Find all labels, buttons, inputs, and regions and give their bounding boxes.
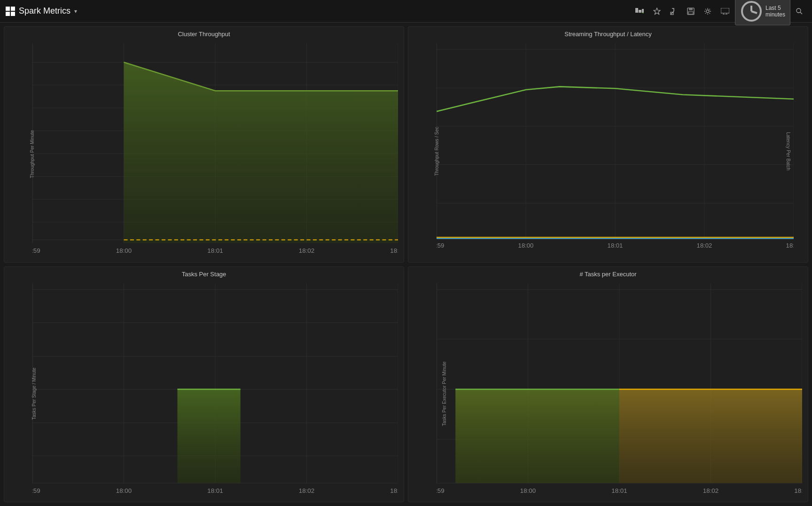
gear-icon bbox=[704, 8, 711, 15]
tasks-per-stage-chart: Tasks Per Stage / Minute 1.3 1. bbox=[4, 280, 404, 503]
streaming-y-axis-right-label: Latency Per Batch bbox=[786, 132, 791, 171]
svg-text:18:02: 18:02 bbox=[697, 242, 712, 249]
display-button[interactable] bbox=[717, 5, 733, 17]
tasks-per-stage-panel: Tasks Per Stage Tasks Per Stage / Minute bbox=[4, 266, 404, 503]
share-button[interactable] bbox=[666, 5, 681, 18]
time-picker[interactable]: Last 5 minutes bbox=[735, 0, 790, 25]
svg-text:18:00: 18:00 bbox=[520, 487, 536, 494]
svg-text:18:03: 18:03 bbox=[390, 247, 398, 254]
svg-text:18:02: 18:02 bbox=[299, 487, 315, 494]
search-icon bbox=[796, 8, 803, 15]
svg-rect-103 bbox=[178, 389, 241, 483]
tasks-per-executor-title: # Tasks per Executor bbox=[408, 267, 808, 280]
svg-line-24 bbox=[751, 11, 757, 13]
svg-rect-125 bbox=[455, 389, 619, 483]
svg-line-15 bbox=[710, 13, 710, 13]
add-panel-icon: + bbox=[635, 8, 644, 15]
tasks-per-stage-title: Tasks Per Stage bbox=[4, 267, 404, 280]
streaming-throughput-panel: Streaming Throughput / Latency Throughpu… bbox=[408, 26, 808, 263]
streaming-y-axis-label: Throughput Rows / Sec bbox=[434, 127, 439, 176]
svg-text:18:03: 18:03 bbox=[390, 487, 398, 494]
svg-marker-55 bbox=[124, 62, 398, 243]
svg-text:18:03: 18:03 bbox=[786, 242, 794, 249]
tasks-exec-y-axis-label: Tasks Per Executor Per Minute bbox=[442, 361, 447, 426]
svg-point-9 bbox=[706, 10, 709, 13]
cluster-throughput-title: Cluster Throughput bbox=[4, 27, 404, 39]
svg-line-17 bbox=[705, 13, 706, 13]
cluster-throughput-chart: Throughput Per Minute 512 bbox=[4, 39, 404, 263]
svg-point-25 bbox=[796, 8, 801, 13]
save-button[interactable] bbox=[683, 5, 698, 18]
svg-marker-4 bbox=[654, 8, 660, 15]
tasks-per-stage-svg: 1.3 1.2 1.1 1.0 0.9 0.8 0.7 17:59 18:00 … bbox=[32, 283, 398, 499]
tasks-per-executor-chart: Tasks Per Executor Per Minute 5.0 4.5 4.… bbox=[408, 280, 808, 503]
svg-text:17:59: 17:59 bbox=[32, 247, 40, 254]
streaming-throughput-chart: Throughput Rows / Sec Latency Per Batch … bbox=[408, 39, 808, 263]
topbar-left: Spark Metrics ▾ bbox=[6, 6, 77, 16]
settings-button[interactable] bbox=[700, 5, 715, 18]
svg-text:18:00: 18:00 bbox=[116, 487, 132, 494]
svg-rect-18 bbox=[721, 8, 729, 13]
cluster-y-axis-label: Throughput Per Minute bbox=[30, 130, 35, 178]
svg-text:+: + bbox=[642, 11, 644, 15]
svg-text:18:01: 18:01 bbox=[207, 247, 223, 254]
svg-text:18:02: 18:02 bbox=[703, 487, 719, 494]
svg-rect-7 bbox=[689, 8, 693, 10]
search-button[interactable] bbox=[792, 5, 806, 17]
svg-text:18:01: 18:01 bbox=[608, 242, 623, 249]
svg-rect-1 bbox=[639, 10, 641, 13]
app-icon bbox=[6, 7, 15, 16]
svg-text:17:59: 17:59 bbox=[437, 242, 444, 249]
svg-line-16 bbox=[710, 9, 710, 9]
app-title: Spark Metrics bbox=[19, 6, 70, 16]
svg-text:17:59: 17:59 bbox=[437, 487, 445, 494]
share-icon bbox=[670, 8, 678, 15]
svg-text:18:01: 18:01 bbox=[611, 487, 627, 494]
svg-text:18:02: 18:02 bbox=[299, 247, 315, 254]
svg-rect-8 bbox=[688, 12, 693, 14]
star-button[interactable] bbox=[649, 5, 664, 18]
svg-text:18:01: 18:01 bbox=[207, 487, 223, 494]
star-icon bbox=[653, 8, 661, 15]
save-icon bbox=[687, 8, 695, 15]
svg-rect-127 bbox=[619, 389, 802, 483]
svg-line-26 bbox=[800, 12, 802, 14]
cluster-throughput-panel: Cluster Throughput Throughput Per Minute bbox=[4, 26, 404, 263]
cluster-throughput-svg: 512 256 128 64 32 16 8 4 2 17:59 18:00 1… bbox=[32, 43, 398, 259]
tasks-per-executor-svg: 5.0 4.5 4.0 3.5 3.0 17:59 18:00 18:01 18… bbox=[437, 283, 802, 499]
svg-rect-0 bbox=[635, 8, 638, 13]
topbar-right: + bbox=[632, 0, 806, 25]
streaming-throughput-svg: 10 K 8 K 6 K 4 K 2 K 0 17:59 18:00 18:01… bbox=[437, 43, 794, 254]
svg-text:18:00: 18:00 bbox=[116, 247, 132, 254]
clock-icon bbox=[740, 0, 763, 23]
svg-text:18:03: 18:03 bbox=[794, 487, 802, 494]
dashboard-grid: Cluster Throughput Throughput Per Minute bbox=[0, 23, 812, 506]
add-panel-button[interactable]: + bbox=[632, 5, 648, 17]
title-dropdown-arrow[interactable]: ▾ bbox=[74, 8, 77, 15]
tasks-per-executor-panel: # Tasks per Executor Tasks Per Executor … bbox=[408, 266, 808, 503]
tasks-stage-y-axis-label: Tasks Per Stage / Minute bbox=[31, 367, 37, 420]
svg-text:17:59: 17:59 bbox=[32, 487, 40, 494]
svg-text:18:00: 18:00 bbox=[518, 242, 534, 249]
time-picker-label: Last 5 minutes bbox=[765, 5, 785, 18]
svg-line-14 bbox=[705, 9, 706, 9]
topbar: Spark Metrics ▾ + bbox=[0, 0, 812, 23]
streaming-throughput-title: Streaming Throughput / Latency bbox=[408, 27, 808, 39]
monitor-icon bbox=[721, 8, 729, 15]
